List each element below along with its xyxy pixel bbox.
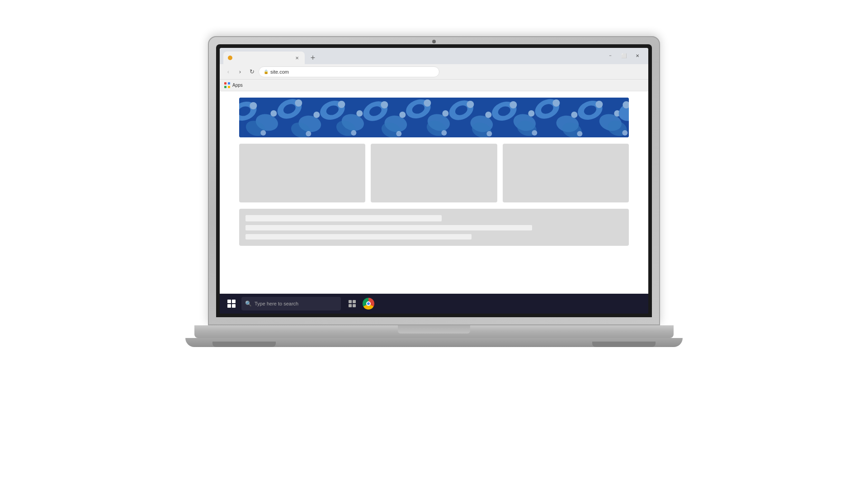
camera (432, 40, 436, 43)
laptop-base (194, 325, 674, 338)
laptop-container: ✕ + － ⬜ ✕ ‹ › ↻ 🔒 site.com (185, 36, 683, 452)
tab-bar: ✕ + － ⬜ ✕ (220, 48, 648, 64)
svg-point-20 (399, 112, 406, 118)
taskbar-icons (345, 297, 375, 310)
task-view-icon (348, 299, 357, 308)
svg-point-61 (532, 130, 537, 136)
minimize-button[interactable]: － (604, 51, 617, 61)
maximize-button[interactable]: ⬜ (618, 51, 630, 61)
svg-rect-68 (349, 304, 352, 307)
svg-point-15 (356, 110, 363, 117)
windows-logo-icon (227, 300, 236, 308)
svg-point-65 (622, 130, 627, 136)
svg-point-55 (396, 131, 401, 136)
taskbar: 🔍 Type here to search (220, 294, 648, 314)
refresh-button[interactable]: ↻ (247, 67, 257, 77)
svg-point-43 (595, 101, 603, 108)
text-bar-long (245, 225, 532, 230)
svg-point-35 (528, 110, 534, 117)
svg-point-49 (260, 130, 266, 136)
address-bar[interactable]: 🔒 site.com (259, 66, 439, 77)
back-button[interactable]: ‹ (223, 67, 233, 77)
screen-bezel: ✕ + － ⬜ ✕ ‹ › ↻ 🔒 site.com (216, 44, 652, 317)
apps-bookmark[interactable]: Apps (224, 82, 243, 89)
svg-point-18 (381, 101, 388, 108)
svg-rect-67 (353, 300, 356, 303)
svg-point-3 (250, 102, 257, 109)
laptop-feet-bar (185, 338, 683, 347)
svg-point-59 (486, 131, 492, 136)
chrome-inner-circle (366, 301, 371, 306)
svg-rect-69 (353, 304, 356, 307)
svg-point-53 (351, 130, 356, 136)
forward-button[interactable]: › (235, 67, 245, 77)
chrome-icon (363, 298, 374, 310)
svg-point-28 (467, 101, 474, 108)
lock-icon: 🔒 (264, 70, 269, 74)
svg-rect-66 (349, 300, 352, 303)
url-text: site.com (270, 69, 289, 75)
content-section (239, 209, 629, 246)
text-blocks (245, 215, 623, 239)
svg-point-63 (577, 131, 582, 136)
svg-point-13 (338, 101, 345, 108)
start-button[interactable] (223, 296, 240, 312)
window-controls: － ⬜ ✕ (604, 51, 644, 61)
search-placeholder-text: Type here to search (255, 301, 298, 306)
browser-tab[interactable]: ✕ (223, 52, 305, 64)
card-1 (239, 144, 366, 202)
svg-point-40 (571, 112, 577, 118)
close-window-button[interactable]: ✕ (631, 51, 644, 61)
apps-grid-icon (224, 82, 231, 89)
task-view-button[interactable] (345, 297, 359, 310)
chrome-browser-taskbar-icon[interactable] (362, 297, 375, 310)
new-tab-button[interactable]: + (307, 52, 319, 64)
svg-point-33 (509, 101, 517, 108)
svg-point-30 (485, 112, 491, 118)
svg-point-23 (424, 99, 431, 107)
hero-pattern-svg (239, 98, 629, 137)
search-icon: 🔍 (245, 300, 252, 307)
foot-left (212, 342, 276, 347)
search-box[interactable]: 🔍 Type here to search (241, 297, 341, 310)
tab-close-button[interactable]: ✕ (294, 55, 300, 61)
bookmarks-bar: Apps (220, 80, 648, 91)
svg-point-10 (313, 112, 320, 118)
address-bar-row: ‹ › ↻ 🔒 site.com (220, 64, 648, 80)
apps-label: Apps (232, 83, 243, 88)
laptop-lid: ✕ + － ⬜ ✕ ‹ › ↻ 🔒 site.com (208, 36, 660, 325)
svg-point-8 (295, 99, 302, 107)
svg-point-57 (441, 130, 447, 136)
browser-window: ✕ + － ⬜ ✕ ‹ › ↻ 🔒 site.com (220, 48, 648, 314)
text-bar-medium (245, 234, 472, 239)
svg-point-38 (552, 99, 560, 107)
foot-right (592, 342, 656, 347)
svg-point-51 (306, 131, 311, 136)
page-content (220, 91, 648, 294)
svg-point-5 (270, 110, 277, 117)
hero-banner (239, 98, 629, 137)
text-bar-short (245, 215, 442, 221)
card-2 (371, 144, 497, 202)
svg-point-25 (442, 110, 448, 117)
tab-favicon (228, 56, 232, 60)
trackpad-notch (398, 325, 470, 333)
card-3 (503, 144, 629, 202)
card-grid (220, 137, 648, 202)
